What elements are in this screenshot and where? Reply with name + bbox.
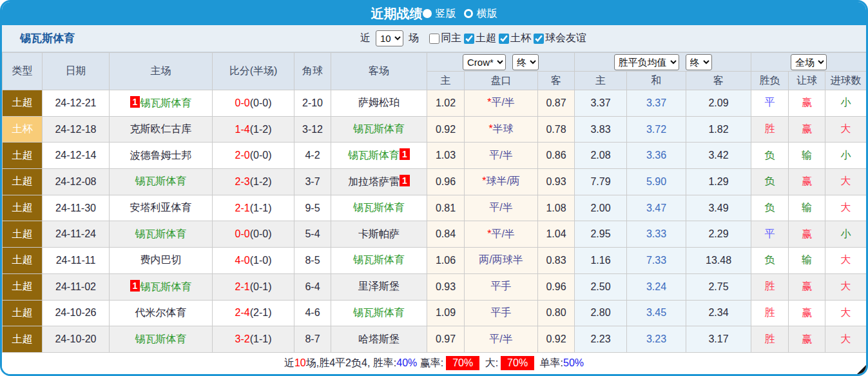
avg-odds-time-select[interactable]: 终 <box>686 54 712 70</box>
fulltime-score: 2-1 <box>235 281 250 292</box>
header-row-main: 类型 日期 主场 比分(半场) 角球 客场 Crow*终 胜平负均值终 全场 <box>3 53 867 72</box>
away-team-name[interactable]: 萨姆松珀 <box>358 97 400 108</box>
handicap-line: 平手 <box>491 307 512 318</box>
footer-segment: 40% <box>396 357 417 369</box>
home-team-name[interactable]: 锡瓦斯体育 <box>135 333 187 344</box>
filter-checkbox-同主[interactable]: 同主 <box>427 32 461 45</box>
handicap-odds-home: 0.84 <box>427 221 465 248</box>
score-cell: 1-4(1-2) <box>213 116 294 143</box>
handicap-odds-home: 0.97 <box>427 326 465 353</box>
result-win-draw-loss: 胜 <box>751 326 789 353</box>
home-team-name[interactable]: 锡瓦斯体育 <box>135 175 187 186</box>
result-win-draw-loss: 胜 <box>751 116 789 143</box>
scope-select[interactable]: 全场 <box>791 54 827 70</box>
away-team-name[interactable]: 哈塔斯堡 <box>358 333 400 344</box>
home-team-name[interactable]: 费内巴切 <box>140 254 182 265</box>
avg-draw-odds: 3.47 <box>627 195 686 221</box>
col-header-home: 主场 <box>110 53 213 90</box>
resize-handle-icon[interactable] <box>857 365 866 374</box>
avg-home-odds: 2.08 <box>575 143 627 169</box>
away-team-name[interactable]: 里泽斯堡 <box>358 281 400 292</box>
handicap-line: 平/半 <box>491 228 514 239</box>
handicap-odds-away: 0.80 <box>538 300 575 326</box>
away-team-name[interactable]: 加拉塔萨雷 <box>348 176 400 187</box>
away-team-name[interactable]: 卡斯帕萨 <box>358 228 400 239</box>
sub-header-odds-away: 客 <box>538 72 575 90</box>
result-win-draw-loss: 胜 <box>751 273 789 300</box>
result-handicap: 输 <box>789 248 825 274</box>
away-team-name[interactable]: 锡瓦斯体育 <box>353 254 405 265</box>
recent-prefix-label: 近 <box>360 32 371 45</box>
home-team-name[interactable]: 代米尔体育 <box>135 307 187 318</box>
corner-count: 3-12 <box>294 116 331 143</box>
filter-bar: 锡瓦斯体育 近 10 场 同主土超土杯球会友谊 <box>2 25 866 52</box>
checkbox-label: 球会友谊 <box>545 32 586 45</box>
result-goals: 小 <box>825 90 867 117</box>
fulltime-score: 2-1 <box>235 203 250 213</box>
table-row: 土超 24-11-24 锡瓦斯体育 0-0(0-0) 5-4 卡斯帕萨 0.84… <box>3 221 867 248</box>
halftime-score: (0-0) <box>250 150 272 161</box>
home-team-cell: 安塔利亚体育 <box>110 195 213 221</box>
home-team-cell: 锡瓦斯体育 <box>110 169 213 195</box>
home-team-name[interactable]: 安塔利亚体育 <box>130 202 192 213</box>
footer-summary: 近10场,胜4平2负4, 胜率:40% 赢率:70% 大:70% 单率:50% <box>2 353 866 374</box>
checkbox-input[interactable] <box>499 34 509 44</box>
home-team-name[interactable]: 锡瓦斯体育 <box>140 97 191 108</box>
match-date: 24-10-26 <box>43 300 110 326</box>
horizontal-layout-radio[interactable] <box>464 9 473 18</box>
corner-count: 4-2 <box>294 143 331 169</box>
avg-draw-odds: 3.36 <box>627 143 686 169</box>
filter-checkbox-土杯[interactable]: 土杯 <box>496 32 531 45</box>
results-table: 类型 日期 主场 比分(半场) 角球 客场 Crow*终 胜平负均值终 全场 主… <box>2 52 867 353</box>
away-team-name[interactable]: 锡瓦斯体育 <box>348 150 400 161</box>
home-team-name[interactable]: 波德鲁姆士邦 <box>130 150 192 161</box>
away-team-cell: 加拉塔萨雷1 <box>331 169 427 195</box>
vertical-layout-radio[interactable] <box>423 9 432 18</box>
match-date: 24-11-30 <box>43 195 110 221</box>
avg-draw-odds: 3.37 <box>627 90 686 117</box>
checkbox-input[interactable] <box>534 34 544 44</box>
home-team-cell: 1锡瓦斯体育 <box>110 90 213 117</box>
result-win-draw-loss: 平 <box>751 221 789 248</box>
table-row: 土杯 24-12-18 克斯欧仁古库 1-4(1-2) 3-12 锡瓦斯体育 0… <box>3 116 867 143</box>
match-date: 24-12-21 <box>43 90 110 117</box>
avg-draw-odds: 3.72 <box>627 116 686 143</box>
filter-checkbox-土超[interactable]: 土超 <box>461 32 496 45</box>
result-goals: 大 <box>825 326 867 353</box>
halftime-score: (0-1) <box>250 281 272 292</box>
match-type-badge: 土杯 <box>3 116 43 143</box>
checkbox-input[interactable] <box>464 34 474 44</box>
home-team-name[interactable]: 锡瓦斯体育 <box>135 228 187 239</box>
vertical-layout-label[interactable]: 竖版 <box>436 7 456 21</box>
sub-header-avg-draw: 和 <box>627 72 686 90</box>
avg-home-odds: 2.50 <box>575 273 627 300</box>
checkbox-label: 土超 <box>476 32 496 45</box>
filter-checkbox-球会友谊[interactable]: 球会友谊 <box>531 32 586 45</box>
home-team-name[interactable]: 锡瓦斯体育 <box>140 281 191 292</box>
home-team-name[interactable]: 克斯欧仁古库 <box>130 123 192 134</box>
recent-count-select[interactable]: 10 <box>376 30 403 46</box>
horizontal-layout-label[interactable]: 横版 <box>477 7 497 21</box>
result-goals: 大 <box>825 169 867 195</box>
handicap-line: 平/半 <box>489 333 512 344</box>
home-team-cell: 代米尔体育 <box>110 300 213 326</box>
avg-away-odds: 2.75 <box>686 273 751 300</box>
handicap-odds-home: 1.06 <box>427 248 465 274</box>
checkbox-input[interactable] <box>429 34 439 44</box>
footer-segment: 50% <box>563 357 584 369</box>
corner-count: 3-7 <box>294 169 331 195</box>
odds-company-time-select[interactable]: 终 <box>512 54 539 70</box>
handicap-odds-away: 1.08 <box>538 195 575 221</box>
away-team-name[interactable]: 锡瓦斯体育 <box>353 307 405 318</box>
match-type-badge: 土超 <box>3 90 43 117</box>
match-type-badge: 土超 <box>3 221 43 248</box>
away-team-name[interactable]: 锡瓦斯体育 <box>353 202 405 213</box>
col-header-corner: 角球 <box>294 53 331 90</box>
avg-home-odds: 3.83 <box>575 116 627 143</box>
away-team-name[interactable]: 锡瓦斯体育 <box>353 123 405 134</box>
odds-company-select[interactable]: Crow* <box>463 54 506 70</box>
result-handicap: 输 <box>789 143 825 169</box>
avg-odds-select[interactable]: 胜平负均值 <box>614 54 679 70</box>
handicap-odds-home: 0.92 <box>427 116 465 143</box>
avg-odds-header: 胜平负均值终 <box>575 53 751 72</box>
